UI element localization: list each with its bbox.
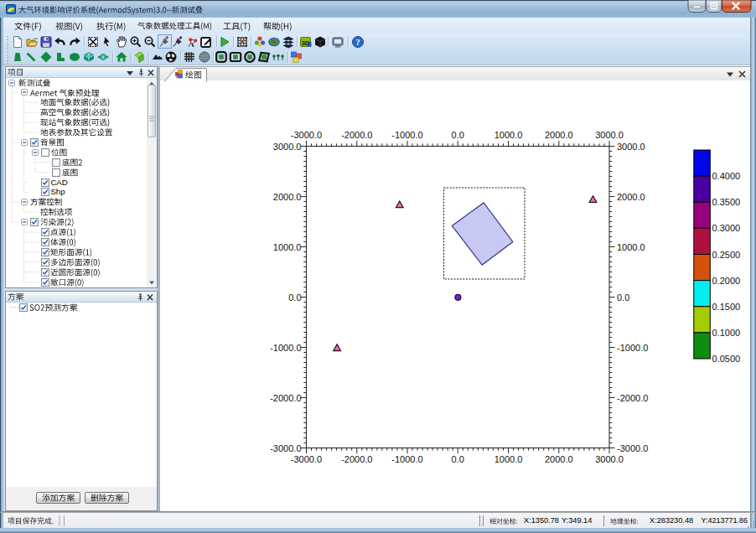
svg-text:0.3000: 0.3000 xyxy=(712,223,741,233)
svg-text:-1000.0: -1000.0 xyxy=(391,454,422,464)
svg-text:0.2500: 0.2500 xyxy=(712,250,741,260)
svg-text:2000.0: 2000.0 xyxy=(545,454,573,464)
svg-text:0.0: 0.0 xyxy=(617,292,629,303)
svg-text:3000.0: 3000.0 xyxy=(595,454,624,464)
svg-text:3000.0: 3000.0 xyxy=(595,130,624,140)
svg-text:1000.0: 1000.0 xyxy=(273,242,302,252)
svg-text:-1000.0: -1000.0 xyxy=(270,343,301,353)
svg-text:1000.0: 1000.0 xyxy=(495,454,523,464)
svg-text:2000.0: 2000.0 xyxy=(617,192,645,202)
svg-text:-2000.0: -2000.0 xyxy=(341,454,372,464)
svg-text:1000.0: 1000.0 xyxy=(495,130,523,140)
svg-text:-2000.0: -2000.0 xyxy=(617,393,648,403)
svg-text:0.0500: 0.0500 xyxy=(712,354,741,364)
svg-text:-3000.0: -3000.0 xyxy=(291,130,322,140)
svg-text:0.1000: 0.1000 xyxy=(712,328,741,338)
svg-text:-3000.0: -3000.0 xyxy=(270,443,301,453)
svg-text:3000.0: 3000.0 xyxy=(273,142,302,152)
svg-text:2000.0: 2000.0 xyxy=(273,192,302,202)
svg-text:0.4000: 0.4000 xyxy=(712,171,741,181)
svg-text:0.0: 0.0 xyxy=(452,454,464,464)
svg-text:-1000.0: -1000.0 xyxy=(391,130,422,140)
svg-text:-2000.0: -2000.0 xyxy=(270,393,301,403)
svg-text:-2000.0: -2000.0 xyxy=(341,130,372,140)
svg-text:0.2000: 0.2000 xyxy=(712,276,741,286)
svg-text:0.0: 0.0 xyxy=(288,292,301,303)
svg-text:0.1500: 0.1500 xyxy=(712,302,741,312)
svg-text:1000.0: 1000.0 xyxy=(617,242,645,252)
svg-text:0.0: 0.0 xyxy=(452,130,464,140)
svg-text:0.3500: 0.3500 xyxy=(712,197,741,207)
svg-text:-3000.0: -3000.0 xyxy=(291,454,322,464)
svg-text:-1000.0: -1000.0 xyxy=(617,343,648,353)
svg-text:-3000.0: -3000.0 xyxy=(617,443,648,453)
svg-text:3000.0: 3000.0 xyxy=(617,142,645,152)
svg-text:2000.0: 2000.0 xyxy=(545,130,573,140)
